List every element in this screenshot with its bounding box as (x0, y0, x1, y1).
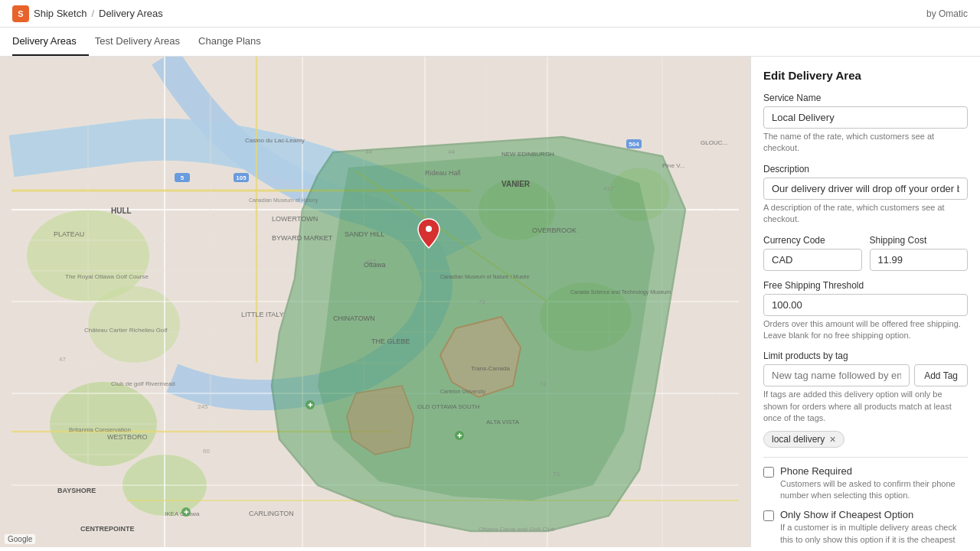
svg-text:Carleton University: Carleton University (440, 389, 486, 395)
service-name-label: Service Name (763, 93, 968, 103)
tag-pill-label: local delivery (772, 434, 825, 445)
svg-text:Ottawa Canal and Golf Club: Ottawa Canal and Golf Club (479, 526, 555, 533)
tag-input-row: Add Tag (763, 364, 968, 386)
tags-hint: If tags are added this delivery option w… (763, 389, 968, 424)
free-shipping-hint: Orders over this amount will be offered … (763, 318, 968, 342)
svg-text:Canadian Museum of History: Canadian Museum of History (249, 197, 318, 204)
svg-text:HULL: HULL (111, 207, 132, 215)
currency-shipping-row: Currency Code Shipping Cost (763, 235, 968, 280)
breadcrumb-page: Delivery Areas (99, 8, 163, 19)
svg-text:Casino du Lac-Leamy: Casino du Lac-Leamy (245, 137, 305, 144)
svg-text:GLOUC...: GLOUC... (701, 139, 727, 146)
svg-text:Canadian Museum of Nature / Mu: Canadian Museum of Nature / Musée (440, 274, 529, 279)
edit-panel: Edit Delivery Area Service Name The name… (750, 57, 980, 547)
description-hint: A description of the rate, which custome… (763, 202, 968, 226)
svg-text:504: 504 (629, 141, 639, 148)
svg-text:✚: ✚ (184, 509, 189, 516)
phone-required-text: Phone Required Customers will be asked t… (780, 465, 968, 502)
svg-text:OLD OTTAWA SOUTH: OLD OTTAWA SOUTH (417, 403, 480, 410)
svg-text:44: 44 (365, 148, 372, 155)
shipping-cost-label: Shipping Cost (870, 235, 969, 246)
svg-text:CENTREPOINTE: CENTREPOINTE (80, 525, 135, 533)
phone-required-row: Phone Required Customers will be asked t… (763, 465, 968, 502)
tags-container: local delivery × (763, 431, 968, 448)
free-shipping-field: Free Shipping Threshold Orders over this… (763, 280, 968, 342)
only-cheapest-row: Only Show if Cheapest Option If a custom… (763, 509, 968, 547)
svg-text:PLATEAU: PLATEAU (54, 230, 84, 238)
phone-required-checkbox[interactable] (763, 467, 774, 478)
description-input[interactable] (763, 178, 968, 200)
svg-text:60: 60 (203, 448, 210, 455)
service-name-input[interactable] (763, 106, 968, 129)
svg-text:✚: ✚ (457, 432, 462, 439)
breadcrumb: S Ship Sketch / Delivery Areas (12, 5, 163, 22)
svg-text:LOWERTOWN: LOWERTOWN (272, 215, 318, 223)
svg-text:417: 417 (603, 185, 614, 192)
svg-text:CHINATOWN: CHINATOWN (333, 315, 375, 322)
svg-text:Pine V...: Pine V... (662, 162, 685, 169)
svg-text:WESTBORO: WESTBORO (107, 433, 148, 441)
add-tag-button[interactable]: Add Tag (914, 364, 968, 386)
svg-text:72: 72 (540, 380, 547, 387)
tag-remove-button[interactable]: × (829, 434, 835, 445)
svg-text:Rideau Hall: Rideau Hall (425, 169, 461, 177)
svg-text:72: 72 (479, 298, 485, 305)
map-svg: Rideau Hall NEW EDINBURGH VANIER LOWERTO… (0, 57, 750, 547)
svg-text:NEW EDINBURGH: NEW EDINBURGH (501, 151, 554, 158)
nav-tabs: Delivery Areas Test Delivery Areas Chang… (0, 28, 980, 57)
tab-delivery-areas[interactable]: Delivery Areas (12, 28, 89, 56)
limit-products-field: Limit products by tag Add Tag If tags ar… (763, 350, 968, 447)
svg-text:44: 44 (448, 148, 455, 155)
description-label: Description (763, 164, 968, 174)
free-shipping-input[interactable] (763, 294, 968, 316)
currency-code-field: Currency Code (763, 235, 862, 271)
svg-text:Trans-Canada: Trans-Canada (471, 365, 510, 372)
svg-text:245: 245 (198, 403, 208, 410)
tab-test-delivery-areas[interactable]: Test Delivery Areas (95, 28, 192, 56)
tab-change-plans[interactable]: Change Plans (198, 28, 273, 56)
svg-text:73: 73 (553, 471, 560, 478)
currency-code-label: Currency Code (763, 235, 862, 246)
service-name-field: Service Name The name of the rate, which… (763, 93, 968, 155)
svg-point-2 (88, 286, 180, 363)
breadcrumb-separator: / (91, 8, 94, 19)
svg-text:BYWARD MARKET: BYWARD MARKET (272, 234, 333, 242)
svg-text:ALTA VISTA: ALTA VISTA (486, 419, 520, 425)
svg-text:Canada Science and Technology : Canada Science and Technology Museum (570, 289, 671, 295)
svg-text:105: 105 (236, 174, 247, 181)
only-cheapest-text: Only Show if Cheapest Option If a custom… (780, 509, 968, 547)
app-logo: S (12, 5, 29, 22)
map-container[interactable]: Rideau Hall NEW EDINBURGH VANIER LOWERTO… (0, 57, 750, 547)
svg-text:CARLINGTON: CARLINGTON (249, 510, 294, 517)
app-header: S Ship Sketch / Delivery Areas by Omatic (0, 0, 980, 28)
svg-text:Château Cartier Richelieu Golf: Château Cartier Richelieu Golf (84, 327, 168, 334)
svg-text:LITTLE ITALY: LITTLE ITALY (241, 311, 284, 318)
limit-products-label: Limit products by tag (763, 350, 968, 361)
only-cheapest-label[interactable]: Only Show if Cheapest Option (780, 509, 913, 520)
svg-text:SANDY HILL: SANDY HILL (345, 230, 384, 238)
only-cheapest-hint: If a customer is in multiple delivery ar… (780, 522, 968, 547)
currency-code-input[interactable] (763, 249, 862, 271)
phone-required-label[interactable]: Phone Required (780, 465, 852, 477)
svg-text:The Royal Ottawa Golf Course: The Royal Ottawa Golf Course (65, 273, 149, 280)
only-cheapest-checkbox[interactable] (763, 510, 774, 521)
service-name-hint: The name of the rate, which customers se… (763, 131, 968, 155)
google-attribution: Google (5, 534, 35, 544)
tag-name-input[interactable] (763, 364, 910, 386)
tag-pill-local-delivery: local delivery × (763, 431, 844, 448)
svg-text:5: 5 (181, 174, 185, 181)
svg-text:BAYSHORE: BAYSHORE (57, 487, 96, 494)
svg-text:VANIER: VANIER (501, 180, 531, 188)
svg-text:Club de golf Rivermead: Club de golf Rivermead (111, 380, 175, 387)
svg-point-38 (426, 226, 432, 232)
main-content: Rideau Hall NEW EDINBURGH VANIER LOWERTO… (0, 57, 980, 547)
shipping-cost-input[interactable] (870, 249, 969, 271)
panel-title: Edit Delivery Area (763, 69, 968, 82)
phone-required-hint: Customers will be asked to confirm their… (780, 478, 968, 502)
svg-text:47: 47 (59, 356, 66, 363)
svg-text:OVERBROOK: OVERBROOK (532, 227, 577, 234)
svg-text:Britannia Conservation: Britannia Conservation (69, 426, 131, 433)
free-shipping-label: Free Shipping Threshold (763, 280, 968, 291)
svg-text:417: 417 (366, 258, 377, 265)
header-by-label: by Omatic (926, 8, 968, 19)
